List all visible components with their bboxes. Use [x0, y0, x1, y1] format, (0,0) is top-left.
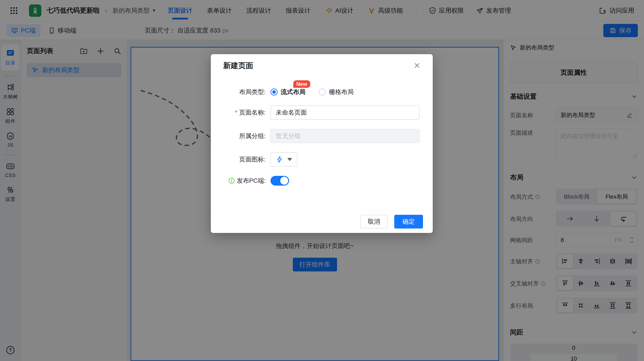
- layout-type-label: 布局类型:: [224, 88, 266, 96]
- new-page-modal: 新建页面 ✕ 布局类型: 流式布局 New 栅格布局 * 页面名称:: [211, 54, 433, 233]
- page-name-label: 页面名称:: [239, 108, 266, 117]
- group-label: 所属分组:: [224, 132, 266, 140]
- modal-header: 新建页面 ✕: [211, 54, 433, 77]
- page-icon-select[interactable]: [270, 152, 298, 167]
- lightning-bolt-icon: [276, 156, 283, 163]
- modal-footer: 取消 确定: [211, 210, 433, 233]
- required-asterisk: *: [235, 109, 237, 116]
- page-icon-label: 页面图标:: [224, 155, 266, 164]
- row-group: 所属分组:: [224, 129, 420, 143]
- cancel-button[interactable]: 取消: [360, 215, 388, 228]
- info-circle-icon: [228, 177, 235, 184]
- publish-pc-label: 发布PC端:: [237, 177, 266, 185]
- row-page-icon: 页面图标:: [224, 152, 420, 167]
- row-publish-pc: 发布PC端:: [224, 176, 420, 186]
- publish-pc-toggle-on[interactable]: [270, 176, 289, 186]
- row-page-name: * 页面名称:: [224, 106, 420, 120]
- radio-flow-layout[interactable]: 流式布局 New: [270, 88, 306, 96]
- radio-unselected-icon: [319, 89, 326, 96]
- radio-grid-layout[interactable]: 栅格布局: [319, 88, 354, 96]
- close-icon[interactable]: ✕: [414, 62, 420, 70]
- modal-body: 布局类型: 流式布局 New 栅格布局 * 页面名称: 所属分组:: [211, 77, 433, 210]
- caret-down-icon: [287, 158, 292, 161]
- modal-title: 新建页面: [223, 61, 253, 71]
- confirm-button[interactable]: 确定: [394, 215, 423, 228]
- page-name-input[interactable]: [270, 106, 420, 120]
- new-badge: New: [293, 80, 310, 88]
- radio-selected-icon: [270, 89, 278, 96]
- row-layout-type: 布局类型: 流式布局 New 栅格布局: [224, 88, 420, 96]
- group-select[interactable]: [270, 129, 420, 143]
- layout-type-radio-group: 流式布局 New 栅格布局: [270, 88, 354, 96]
